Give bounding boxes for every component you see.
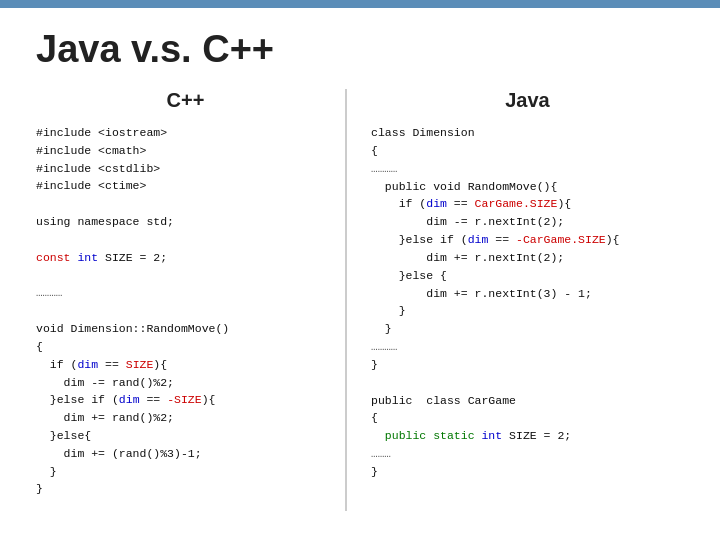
right-header: Java xyxy=(371,89,684,112)
left-header: C++ xyxy=(36,89,335,112)
right-code-lines: class Dimension { ………… public void Rando… xyxy=(371,126,619,478)
slide-title: Java v.s. C++ xyxy=(36,28,684,71)
left-code-block: #include <iostream> #include <cmath> #in… xyxy=(36,124,335,498)
top-bar xyxy=(0,0,720,8)
col-left: C++ #include <iostream> #include <cmath>… xyxy=(36,89,347,511)
left-code-line-1: #include <iostream> #include <cmath> #in… xyxy=(36,126,229,495)
columns-container: C++ #include <iostream> #include <cmath>… xyxy=(36,89,684,511)
col-right: Java class Dimension { ………… public void … xyxy=(347,89,684,511)
slide: Java v.s. C++ C++ #include <iostream> #i… xyxy=(0,8,720,540)
right-code-block: class Dimension { ………… public void Rando… xyxy=(371,124,684,481)
